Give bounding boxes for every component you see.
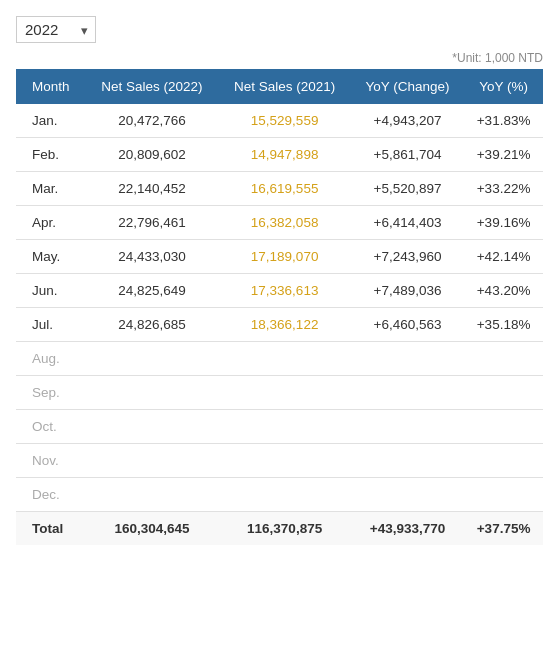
cell-net2021 [218, 376, 351, 410]
cell-net2021 [218, 410, 351, 444]
table-row: May.24,433,03017,189,070+7,243,960+42.14… [16, 240, 543, 274]
table-row: Apr.22,796,46116,382,058+6,414,403+39.16… [16, 206, 543, 240]
cell-yoy-change: +4,943,207 [351, 104, 464, 138]
cell-yoy-change [351, 410, 464, 444]
year-select-wrapper[interactable]: 2022 2021 2020 ▾ [16, 16, 96, 43]
cell-month: May. [16, 240, 86, 274]
cell-net2022: 20,472,766 [86, 104, 219, 138]
cell-net2022 [86, 444, 219, 478]
cell-net2021 [218, 342, 351, 376]
cell-net2022 [86, 410, 219, 444]
cell-month: Aug. [16, 342, 86, 376]
cell-net2022: 24,433,030 [86, 240, 219, 274]
cell-month: Oct. [16, 410, 86, 444]
cell-yoy-pct: +39.21% [464, 138, 543, 172]
table-row: Sep. [16, 376, 543, 410]
cell-yoy-pct: +43.20% [464, 274, 543, 308]
cell-yoy-pct: +42.14% [464, 240, 543, 274]
cell-net2022 [86, 478, 219, 512]
header-yoy-change: YoY (Change) [351, 69, 464, 104]
header-month: Month [16, 69, 86, 104]
cell-net2021 [218, 444, 351, 478]
table-row: Jun.24,825,64917,336,613+7,489,036+43.20… [16, 274, 543, 308]
cell-net2021: 18,366,122 [218, 308, 351, 342]
cell-yoy-change: +6,460,563 [351, 308, 464, 342]
cell-net2021: 16,382,058 [218, 206, 351, 240]
table-row: Nov. [16, 444, 543, 478]
cell-yoy-change [351, 478, 464, 512]
header-net2021: Net Sales (2021) [218, 69, 351, 104]
cell-yoy-pct [464, 478, 543, 512]
cell-yoy-change [351, 444, 464, 478]
cell-net2021: 14,947,898 [218, 138, 351, 172]
cell-net2021: 16,619,555 [218, 172, 351, 206]
cell-net2022 [86, 342, 219, 376]
total-cell-net2022: 160,304,645 [86, 512, 219, 546]
table-header-row: Month Net Sales (2022) Net Sales (2021) … [16, 69, 543, 104]
cell-yoy-pct: +39.16% [464, 206, 543, 240]
cell-net2022: 20,809,602 [86, 138, 219, 172]
table-row: Oct. [16, 410, 543, 444]
cell-net2021: 17,189,070 [218, 240, 351, 274]
total-row: Total160,304,645116,370,875+43,933,770+3… [16, 512, 543, 546]
cell-net2022: 24,826,685 [86, 308, 219, 342]
cell-yoy-change: +7,243,960 [351, 240, 464, 274]
cell-yoy-change [351, 376, 464, 410]
cell-net2021 [218, 478, 351, 512]
sales-table: Month Net Sales (2022) Net Sales (2021) … [16, 69, 543, 545]
year-selector-container: 2022 2021 2020 ▾ [16, 16, 543, 43]
cell-yoy-change: +6,414,403 [351, 206, 464, 240]
header-net2022: Net Sales (2022) [86, 69, 219, 104]
cell-net2022: 24,825,649 [86, 274, 219, 308]
cell-net2021: 15,529,559 [218, 104, 351, 138]
unit-label: *Unit: 1,000 NTD [16, 51, 543, 65]
cell-month: Mar. [16, 172, 86, 206]
cell-yoy-change: +5,861,704 [351, 138, 464, 172]
total-cell-label: Total [16, 512, 86, 546]
header-yoy-pct: YoY (%) [464, 69, 543, 104]
cell-yoy-pct [464, 444, 543, 478]
table-row: Mar.22,140,45216,619,555+5,520,897+33.22… [16, 172, 543, 206]
cell-yoy-pct [464, 342, 543, 376]
cell-month: Nov. [16, 444, 86, 478]
cell-month: Feb. [16, 138, 86, 172]
table-row: Dec. [16, 478, 543, 512]
table-row: Jan.20,472,76615,529,559+4,943,207+31.83… [16, 104, 543, 138]
cell-net2022: 22,140,452 [86, 172, 219, 206]
cell-yoy-pct: +35.18% [464, 308, 543, 342]
cell-net2022 [86, 376, 219, 410]
cell-month: Jul. [16, 308, 86, 342]
cell-yoy-pct: +31.83% [464, 104, 543, 138]
total-cell-yoy_pct: +37.75% [464, 512, 543, 546]
cell-month: Apr. [16, 206, 86, 240]
total-cell-yoy_change: +43,933,770 [351, 512, 464, 546]
table-row: Aug. [16, 342, 543, 376]
cell-net2022: 22,796,461 [86, 206, 219, 240]
year-select[interactable]: 2022 2021 2020 [16, 16, 96, 43]
cell-net2021: 17,336,613 [218, 274, 351, 308]
cell-yoy-change: +5,520,897 [351, 172, 464, 206]
cell-month: Sep. [16, 376, 86, 410]
table-row: Feb.20,809,60214,947,898+5,861,704+39.21… [16, 138, 543, 172]
cell-month: Jun. [16, 274, 86, 308]
cell-month: Jan. [16, 104, 86, 138]
cell-yoy-pct [464, 410, 543, 444]
cell-month: Dec. [16, 478, 86, 512]
cell-yoy-change: +7,489,036 [351, 274, 464, 308]
cell-yoy-pct: +33.22% [464, 172, 543, 206]
cell-yoy-change [351, 342, 464, 376]
total-cell-net2021: 116,370,875 [218, 512, 351, 546]
cell-yoy-pct [464, 376, 543, 410]
table-row: Jul.24,826,68518,366,122+6,460,563+35.18… [16, 308, 543, 342]
